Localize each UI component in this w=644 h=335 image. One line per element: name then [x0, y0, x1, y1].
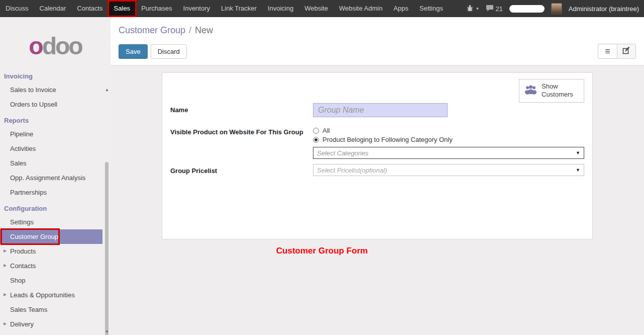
- sidebar-item-sales-to-invoice[interactable]: Sales to Invoice: [0, 82, 102, 97]
- dropdown-caret-icon: ▼: [576, 168, 580, 173]
- discard-button[interactable]: Discard: [151, 44, 187, 59]
- radio-all[interactable]: All: [313, 127, 584, 134]
- view-switcher: ≡: [598, 44, 636, 59]
- topbar: Discuss Calendar Contacts Sales Purchase…: [0, 0, 644, 17]
- pricelist-select-placeholder: Select Pricelist(optional): [317, 166, 387, 174]
- topbar-menu-contacts[interactable]: Contacts: [71, 0, 108, 17]
- customers-icon: [524, 85, 538, 97]
- save-button[interactable]: Save: [119, 44, 148, 59]
- messages-button[interactable]: 21: [486, 5, 502, 13]
- breadcrumb-separator: /: [189, 25, 191, 35]
- name-field-cell: [313, 103, 584, 117]
- sidebar-item-sales[interactable]: Sales: [0, 156, 102, 171]
- sidebar-item-orders-to-upsell[interactable]: Orders to Upsell: [0, 97, 102, 112]
- form-view-icon: [622, 46, 630, 56]
- sidebar-section-reports: Reports: [0, 112, 111, 127]
- pricelist-field-cell: Select Pricelist(optional) ▼: [313, 164, 584, 176]
- scrollbar-thumb[interactable]: [105, 162, 109, 335]
- sidebar: odoo Invoicing Sales to Invoice Orders t…: [0, 17, 111, 335]
- status-pill[interactable]: [509, 5, 545, 13]
- topbar-menu-settings[interactable]: Settings: [414, 0, 449, 17]
- sidebar-item-shop[interactable]: Shop: [0, 273, 102, 288]
- visible-product-label: Visible Product on Website For This Grou…: [170, 125, 313, 136]
- odoo-logo: odoo: [0, 17, 111, 67]
- sidebar-item-leads-opportunities-label: Leads & Opportunities: [10, 291, 75, 299]
- sidebar-item-products-label: Products: [10, 247, 36, 255]
- topbar-menu-sales-label: Sales: [114, 5, 131, 12]
- visible-product-field-cell: All Product Beloging to Following Catego…: [313, 125, 584, 159]
- expand-arrow-icon: ▶: [4, 263, 7, 268]
- radio-all-label: All: [323, 127, 330, 134]
- sidebar-section-configuration: Configuration: [0, 200, 111, 215]
- list-view-icon: ≡: [605, 47, 610, 56]
- name-label: Name: [170, 103, 313, 114]
- sidebar-item-sales-teams[interactable]: Sales Teams: [0, 302, 102, 317]
- sidebar-item-delivery-label: Delivery: [10, 320, 34, 328]
- app-shell: odoo Invoicing Sales to Invoice Orders t…: [0, 17, 644, 335]
- sidebar-item-partnerships[interactable]: Partnerships: [0, 185, 102, 200]
- topbar-menu-invoicing[interactable]: Invoicing: [262, 0, 299, 17]
- sidebar-item-settings[interactable]: Settings: [0, 215, 102, 229]
- sidebar-item-leads-opportunities[interactable]: ▶ Leads & Opportunities: [0, 288, 102, 302]
- sidebar-item-customer-group-label: Customer Group: [10, 233, 58, 240]
- chat-icon: [486, 5, 494, 13]
- user-menu[interactable]: Administrator (braintree): [569, 5, 639, 13]
- list-view-button[interactable]: ≡: [598, 44, 617, 59]
- expand-arrow-icon: ▶: [4, 248, 7, 253]
- sidebar-section-invoicing: Invoicing: [0, 67, 111, 82]
- name-field-row: Name: [170, 103, 584, 117]
- breadcrumb-customer-group[interactable]: Customer Group: [119, 25, 185, 35]
- categories-select[interactable]: Select Categories ▼: [313, 147, 584, 159]
- sidebar-item-customer-group[interactable]: Customer Group: [0, 229, 102, 244]
- expand-arrow-icon: ▶: [4, 292, 7, 297]
- action-buttons-row: Save Discard ≡: [119, 44, 636, 59]
- pricelist-field-row: Group Pricelist Select Pricelist(optiona…: [170, 164, 584, 176]
- radio-all-control[interactable]: [313, 128, 319, 134]
- sidebar-item-products[interactable]: ▶ Products: [0, 244, 102, 259]
- show-customers-label: Show Customers: [542, 82, 579, 99]
- scroll-down-icon[interactable]: ▼: [104, 329, 110, 334]
- form-view-button[interactable]: [617, 44, 636, 59]
- pricelist-label: Group Pricelist: [170, 164, 313, 175]
- visible-product-field-row: Visible Product on Website For This Grou…: [170, 125, 584, 159]
- sidebar-item-pipeline[interactable]: Pipeline: [0, 127, 102, 141]
- expand-arrow-icon: ▶: [4, 321, 7, 326]
- breadcrumb: Customer Group/New: [119, 25, 636, 36]
- sidebar-item-contacts-label: Contacts: [10, 262, 36, 270]
- debug-menu-button[interactable]: ▼: [466, 5, 479, 13]
- main-area: Customer Group/New Save Discard ≡: [111, 17, 644, 335]
- topbar-menu-inventory[interactable]: Inventory: [178, 0, 216, 17]
- topbar-menu-link-tracker[interactable]: Link Tracker: [216, 0, 262, 17]
- categories-select-placeholder: Select Categories: [317, 149, 369, 157]
- sidebar-item-activities[interactable]: Activities: [0, 141, 102, 156]
- control-panel: Customer Group/New Save Discard ≡: [111, 17, 644, 65]
- topbar-menu-calendar[interactable]: Calendar: [34, 0, 72, 17]
- topbar-menu-discuss[interactable]: Discuss: [0, 0, 34, 17]
- sidebar-item-opp-assignment-analysis[interactable]: Opp. Assignment Analysis: [0, 171, 102, 185]
- radio-category-only-control[interactable]: [313, 137, 319, 143]
- topbar-right: ▼ 21 Administrator (braintree): [466, 0, 644, 17]
- messages-count: 21: [495, 5, 502, 13]
- pricelist-select[interactable]: Select Pricelist(optional) ▼: [313, 164, 584, 176]
- breadcrumb-new: New: [195, 25, 213, 35]
- chevron-down-icon: ▼: [475, 7, 479, 11]
- odoo-logo-rest: doo: [42, 33, 82, 59]
- topbar-menu-website-admin[interactable]: Website Admin: [334, 0, 388, 17]
- form-content: Show Customers Name Visible Product on W…: [111, 65, 644, 335]
- sidebar-item-contacts[interactable]: ▶ Contacts: [0, 259, 102, 273]
- group-name-input[interactable]: [313, 103, 448, 117]
- show-customers-button[interactable]: Show Customers: [519, 79, 584, 103]
- odoo-logo-first-letter: o: [29, 33, 42, 59]
- radio-category-only-label: Product Beloging to Following Category O…: [323, 136, 453, 143]
- radio-category-only[interactable]: Product Beloging to Following Category O…: [313, 136, 584, 143]
- topbar-menu: Discuss Calendar Contacts Sales Purchase…: [0, 0, 449, 17]
- sidebar-item-delivery[interactable]: ▶ Delivery: [0, 317, 102, 331]
- topbar-menu-purchases[interactable]: Purchases: [136, 0, 177, 17]
- sidebar-scrollbar[interactable]: ▲ ▼: [104, 88, 110, 335]
- topbar-menu-sales[interactable]: Sales: [109, 0, 136, 17]
- form-sheet: Show Customers Name Visible Product on W…: [162, 72, 593, 239]
- bug-icon: [466, 5, 474, 13]
- topbar-menu-apps[interactable]: Apps: [388, 0, 414, 17]
- topbar-menu-website[interactable]: Website: [299, 0, 334, 17]
- scroll-up-icon[interactable]: ▲: [104, 88, 110, 92]
